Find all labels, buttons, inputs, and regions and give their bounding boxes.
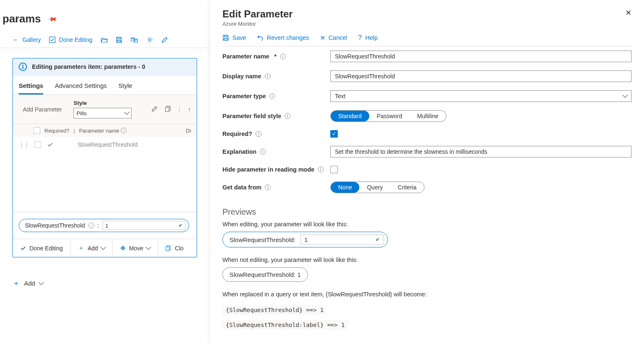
info-icon[interactable]: i [260, 149, 266, 155]
gear-icon[interactable] [146, 36, 153, 43]
arrow-left-icon [12, 36, 19, 44]
pencil-icon[interactable] [161, 36, 168, 43]
label-param-type: Parameter type i [222, 93, 330, 99]
info-icon[interactable]: i [88, 223, 94, 228]
param-type-select[interactable]: Text [330, 90, 632, 102]
style-password[interactable]: Password [369, 111, 410, 121]
chevron-down-icon [39, 280, 43, 287]
hide-reading-checkbox[interactable] [330, 166, 338, 173]
style-standard[interactable]: Standard [331, 111, 369, 121]
get-data-pills: None Query Criteria [330, 182, 424, 193]
tabs-row: Settings Advanced Settings Style [13, 75, 197, 95]
copy-icon [166, 245, 171, 251]
label-hide-reading: Hide parameter in reading mode i [222, 166, 330, 173]
data-query[interactable]: Query [359, 182, 390, 193]
panel-toolbar: Save Revert changes ✕ Cancel ? Help [222, 27, 632, 46]
style-select[interactable]: Pills [73, 108, 132, 119]
tab-advanced-settings[interactable]: Advanced Settings [55, 82, 107, 94]
display-name-input[interactable] [330, 70, 632, 82]
explanation-input[interactable] [330, 146, 632, 157]
pin-icon[interactable]: 📌 [47, 13, 58, 24]
data-criteria[interactable]: Criteria [390, 182, 424, 193]
save-icon[interactable] [116, 36, 122, 43]
svg-point-1 [149, 39, 151, 41]
label-explanation: Explanation i [222, 148, 330, 155]
gallery-button[interactable]: Gallery [12, 36, 41, 44]
preview-edit-value: 1 [304, 236, 307, 243]
info-icon[interactable]: i [256, 131, 261, 137]
preview-code-1: {SlowRequestThreshold} ==> 1 [222, 305, 327, 315]
svg-rect-3 [166, 107, 169, 111]
help-icon: ? [358, 34, 362, 42]
parameters-box: 1 Editing parameters item: parameters - … [12, 58, 197, 257]
svg-rect-5 [166, 247, 169, 251]
row-select-checkbox[interactable] [34, 141, 41, 148]
parameter-pill[interactable]: SlowRequestThreshold i : 1 ✔ [19, 219, 189, 232]
save-button[interactable]: Save [222, 34, 246, 42]
copy-icon[interactable] [165, 106, 171, 113]
help-button[interactable]: ? Help [358, 34, 378, 42]
check-icon: ✔ [376, 237, 380, 242]
preview-edit-input[interactable]: 1 ✔ [300, 235, 383, 245]
preview-code-2: {SlowRequestThreshold:label} ==> 1 [222, 320, 348, 330]
revert-button[interactable]: Revert changes [257, 34, 309, 42]
edit-param-icon[interactable] [151, 106, 158, 113]
main-toolbar: Gallery Done Editing [0, 25, 210, 48]
col-name: Parameter namei [79, 128, 127, 134]
list-row[interactable]: ⋮⋮ SlowRequestThreshold [13, 137, 197, 152]
move-up-icon[interactable]: ↑ [188, 106, 191, 113]
info-icon[interactable]: i [285, 113, 290, 119]
label-field-style: Parameter field style i [222, 113, 330, 119]
pill-value: 1 [105, 223, 108, 229]
done-editing-button[interactable]: Done Editing [49, 36, 92, 43]
tab-style[interactable]: Style [118, 82, 132, 94]
style-select-value: Pills [76, 110, 87, 116]
data-none[interactable]: None [331, 182, 359, 193]
undo-icon [257, 34, 263, 41]
check-icon: ✔ [178, 223, 183, 228]
pill-label: SlowRequestThreshold [25, 222, 85, 229]
clone-button-bottom[interactable]: Clo [158, 240, 191, 257]
info-icon[interactable]: i [265, 73, 271, 79]
done-editing-button-bottom[interactable]: Done Editing [13, 240, 71, 257]
param-name-input[interactable] [330, 51, 632, 62]
close-icon[interactable]: ✕ [625, 8, 632, 17]
move-icon: ✥ [120, 245, 126, 252]
move-button-bottom[interactable]: ✥ Move [113, 240, 158, 257]
cancel-button[interactable]: ✕ Cancel [320, 34, 347, 42]
style-multiline[interactable]: Multiline [410, 111, 446, 121]
save-as-icon[interactable] [131, 36, 138, 43]
list-header: Required? | Parameter namei Di [13, 124, 197, 137]
add-outer-button[interactable]: ＋ Add [12, 278, 210, 288]
bottom-actions: Done Editing ＋ Add ✥ Move Clo [13, 239, 197, 257]
required-checkbox[interactable]: ✓ [330, 130, 338, 138]
required-toggle[interactable] [47, 141, 54, 148]
label-get-data: Get data from i [222, 184, 330, 191]
panel-subtitle: Azure Monitor [222, 21, 293, 27]
chevron-down-icon [101, 245, 105, 252]
plus-icon: ＋ [78, 244, 84, 252]
drag-handle-icon[interactable]: ⋮⋮ [19, 141, 29, 148]
add-parameter-button[interactable]: Add Parameter [19, 104, 66, 115]
tab-settings[interactable]: Settings [19, 82, 43, 94]
add-button-bottom[interactable]: ＋ Add [71, 239, 113, 257]
left-pane: params 📌 Gallery Done Editing 1 E [0, 0, 210, 344]
pill-input[interactable]: 1 ✔ [102, 221, 185, 230]
info-icon[interactable]: i [265, 184, 271, 190]
svg-rect-0 [49, 37, 55, 43]
chevron-down-icon [125, 110, 129, 116]
parameters-header-text: Editing parameters item: parameters - 0 [32, 63, 145, 70]
open-icon[interactable] [101, 37, 107, 43]
info-icon[interactable]: i [318, 167, 324, 172]
col-display: Di [186, 128, 191, 134]
info-icon: i [121, 128, 127, 133]
row-param-name: SlowRequestThreshold [78, 141, 138, 148]
plus-icon: ＋ [12, 278, 20, 288]
done-editing-label: Done Editing [29, 245, 63, 252]
info-icon[interactable]: i [280, 53, 286, 59]
select-all-checkbox[interactable] [34, 127, 40, 134]
gallery-label: Gallery [22, 36, 41, 43]
add-label: Add [88, 245, 98, 252]
chevron-down-icon [623, 93, 627, 99]
info-icon[interactable]: i [269, 93, 275, 99]
